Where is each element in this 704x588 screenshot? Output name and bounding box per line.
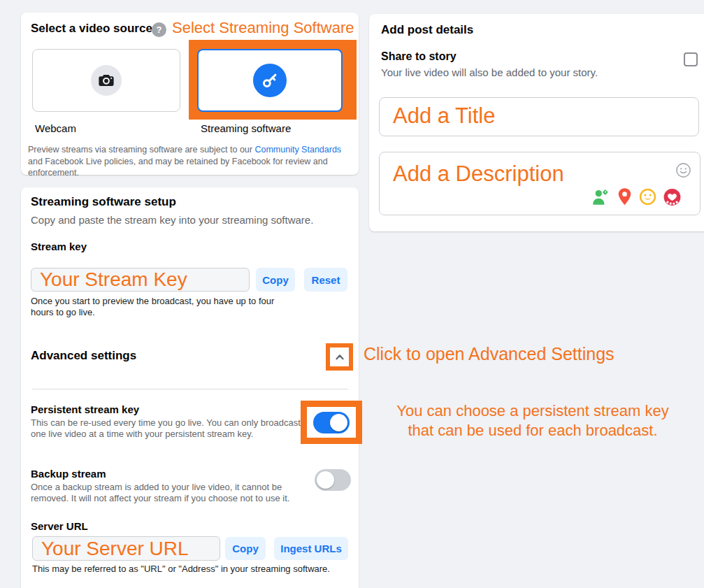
streaming-disclaimer: Preview streams via streaming software a…	[28, 144, 347, 179]
annotation-select-streaming-software: Select Streaming Software	[172, 19, 354, 37]
annotation-highlight-persistent-toggle	[301, 401, 362, 444]
backup-stream-label: Backup stream	[31, 468, 106, 480]
persistent-stream-key-desc: This can be re-used every time you go li…	[31, 417, 301, 439]
backup-stream-toggle[interactable]	[315, 469, 351, 491]
backup-desc-line1: Once a backup stream is added to your li…	[31, 482, 289, 493]
stream-key-copy-button[interactable]: Copy	[256, 268, 295, 292]
help-icon[interactable]: ?	[152, 22, 166, 37]
setup-title: Streaming software setup	[31, 195, 176, 209]
server-url-label: Server URL	[31, 520, 88, 532]
setup-subtitle: Copy and paste the stream key into your …	[31, 214, 313, 226]
stream-key-note: Once you start to preview the broadcast,…	[31, 296, 274, 318]
stream-key-note-line2: hours to go live.	[31, 307, 274, 318]
watch-heart-reel-icon[interactable]	[663, 188, 682, 206]
post-details-title: Add post details	[381, 23, 473, 37]
persistent-stream-key-toggle[interactable]	[313, 412, 350, 433]
post-title-placeholder: Add a Title	[393, 103, 495, 129]
toggle-knob	[317, 471, 334, 489]
annotation-persistent-line1: You can choose a persistent stream key	[360, 401, 704, 421]
camera-icon	[91, 65, 122, 96]
ingest-urls-button[interactable]: Ingest URLs	[274, 537, 348, 560]
stream-key-reset-button[interactable]: Reset	[304, 268, 347, 292]
share-to-story-desc: Your live video will also be added to yo…	[381, 66, 598, 78]
description-action-icons	[591, 187, 682, 206]
streaming-software-label: Streaming software	[201, 122, 291, 134]
community-standards-link[interactable]: Community Standards	[254, 145, 341, 155]
video-source-title: Select a video source	[31, 22, 152, 36]
stream-key-note-line1: Once you start to preview the broadcast,…	[31, 296, 274, 307]
server-url-copy-button[interactable]: Copy	[225, 537, 266, 560]
advanced-settings-label: Advanced settings	[31, 349, 136, 363]
check-in-location-icon[interactable]	[617, 187, 633, 206]
emoji-smiley-outline-icon[interactable]	[675, 162, 691, 178]
stream-key-label: Stream key	[31, 241, 87, 252]
chevron-up-icon	[333, 351, 346, 364]
backup-stream-desc: Once a backup stream is added to your li…	[31, 482, 289, 503]
disclaimer-text-pre: Preview streams via streaming software a…	[28, 145, 254, 155]
advanced-divider	[32, 389, 348, 389]
annotation-persistent-line2: that can be used for each broadcast.	[360, 421, 704, 440]
share-to-story-label: Share to story	[381, 50, 457, 63]
live-producer-page: Select a video source ? Webcam Streaming	[0, 0, 704, 588]
stream-key-input[interactable]: Your Stream Key	[31, 268, 250, 292]
persistent-desc-line1: This can be re-used every time you go li…	[31, 417, 301, 429]
toggle-knob	[330, 414, 347, 431]
feeling-smiley-icon[interactable]	[639, 188, 656, 206]
server-url-note: This may be referred to as "URL" or "Add…	[32, 564, 330, 575]
share-to-story-checkbox[interactable]	[684, 52, 698, 66]
tag-people-icon[interactable]	[591, 188, 610, 206]
stream-key-icon	[253, 64, 287, 97]
annotation-highlight-advanced	[326, 343, 353, 371]
disclaimer-text-post: and Facebook Live policies, and may be r…	[28, 157, 328, 178]
server-url-input[interactable]: Your Server URL	[32, 536, 220, 561]
annotation-persistent-stream-key: You can choose a persistent stream key t…	[360, 401, 704, 440]
advanced-settings-collapse-button[interactable]	[330, 347, 349, 366]
post-description-placeholder: Add a Description	[393, 162, 564, 187]
webcam-option[interactable]	[32, 49, 180, 112]
annotation-click-advanced-settings: Click to open Advanced Settings	[364, 344, 615, 364]
streaming-software-option[interactable]	[197, 49, 343, 112]
webcam-label: Webcam	[35, 122, 76, 134]
backup-desc-line2: removed. It will not affect your stream …	[31, 493, 289, 504]
persistent-desc-line2: one live video at a time with your persi…	[31, 429, 301, 440]
persistent-stream-key-label: Persistent stream key	[31, 403, 139, 415]
